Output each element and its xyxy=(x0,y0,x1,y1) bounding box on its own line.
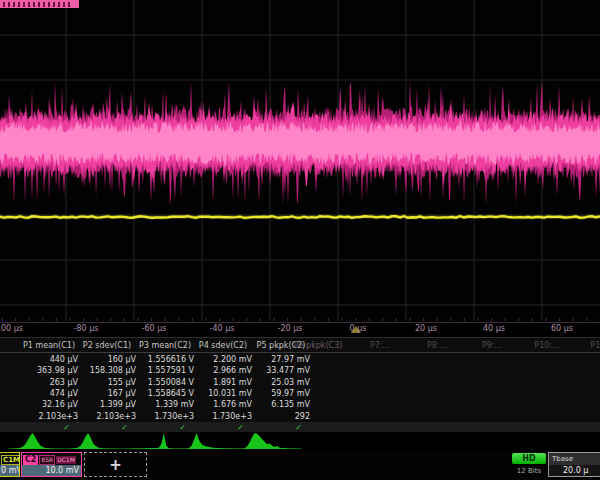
measure-cell: 167 µV xyxy=(78,389,136,398)
c2-channel-badge: C2 xyxy=(23,455,38,465)
c2-scale-value: 10.0 mV xyxy=(22,465,81,476)
x-axis-label: -40 µs xyxy=(210,324,235,333)
histicon-shape xyxy=(184,433,242,449)
esr-badge: ESR xyxy=(39,455,55,465)
measure-cell: 1.556616 V xyxy=(136,355,194,364)
histicon-p1[interactable] xyxy=(10,432,68,450)
measure-cell: 158.308 µV xyxy=(78,366,136,375)
channel2-descriptor[interactable]: C2 ESR DC1M 10.0 mV xyxy=(21,452,82,477)
param-header-dim[interactable]: P10:... xyxy=(534,341,559,350)
bottom-bar: C1M 0 mV C2 ESR DC1M 10.0 mV + HD 12 Bit… xyxy=(0,452,600,480)
hd-bits-label: 12 Bits xyxy=(505,467,553,475)
param-header-dim[interactable]: P7:... xyxy=(370,341,390,350)
x-axis-label: 60 µs xyxy=(551,324,573,333)
x-axis-label: 0 µs xyxy=(350,324,367,333)
measure-cell: 1.730e+3 xyxy=(136,412,194,421)
annotation-text-fragment xyxy=(3,2,73,7)
x-axis-label: 20 µs xyxy=(415,324,437,333)
measure-cell: 160 µV xyxy=(78,355,136,364)
measure-cell: 59.97 mV xyxy=(252,389,310,398)
status-check: ✓ xyxy=(186,423,244,432)
x-axis: -100 µs-80 µs-60 µs-40 µs-20 µs0 µs20 µs… xyxy=(0,322,600,336)
oscilloscope-screen: -100 µs-80 µs-60 µs-40 µs-20 µs0 µs20 µs… xyxy=(0,0,600,480)
histicon-row xyxy=(0,432,600,452)
param-header-dim[interactable]: P6 pkpk(C3) xyxy=(294,341,343,350)
histicon-p3[interactable] xyxy=(126,432,184,450)
measure-table: ✓✓✓✓✓ P1 mean(C1)P2 sdev(C1)P3 mean(C2)P… xyxy=(0,337,600,433)
x-axis-label: -80 µs xyxy=(74,324,99,333)
timebase-descriptor[interactable]: Tbase 20.0 µ xyxy=(548,452,600,477)
x-axis-label: -20 µs xyxy=(278,324,303,333)
measure-cell: 1.891 mV xyxy=(194,378,252,387)
histicon-p2[interactable] xyxy=(68,432,126,450)
histicon-shape xyxy=(68,433,126,449)
histicon-shape xyxy=(126,433,184,449)
histicon-shape xyxy=(10,433,68,449)
measure-cell: 6.135 mV xyxy=(252,400,310,409)
tbase-label: Tbase xyxy=(549,453,600,465)
waveform-canvas xyxy=(0,0,600,322)
measure-cell: 292 xyxy=(252,412,310,421)
x-axis-label: -100 µs xyxy=(0,324,23,333)
header-divider xyxy=(0,352,600,353)
measure-cell: 263 µV xyxy=(20,378,78,387)
channel1-descriptor[interactable]: C1M 0 mV xyxy=(0,452,20,477)
coupling-badge: DC1M xyxy=(56,456,76,464)
measure-cell: 1.676 mV xyxy=(194,400,252,409)
c1-coupling-badge: C1M xyxy=(1,455,20,465)
hd-badge[interactable]: HD xyxy=(512,453,546,464)
measure-cell: 1.558645 V xyxy=(136,389,194,398)
measure-cell: 2.966 mV xyxy=(194,366,252,375)
measure-cell: 32.16 µV xyxy=(20,400,78,409)
measure-cell: 2.200 mV xyxy=(194,355,252,364)
measure-cell: 2.103e+3 xyxy=(20,412,78,421)
status-check: ✓ xyxy=(70,423,128,432)
measure-cell: 363.98 µV xyxy=(20,366,78,375)
measure-cell: 155 µV xyxy=(78,378,136,387)
histicon-shape xyxy=(242,433,300,449)
measure-cell: 440 µV xyxy=(20,355,78,364)
measure-cell: 474 µV xyxy=(20,389,78,398)
param-header-dim[interactable]: P8:... xyxy=(427,341,447,350)
waveform-grid xyxy=(0,0,600,323)
measure-cell: 33.477 mV xyxy=(252,366,310,375)
measure-cell: 2.103e+3 xyxy=(78,412,136,421)
add-trace-box[interactable]: + xyxy=(84,452,147,477)
x-axis-label: -60 µs xyxy=(142,324,167,333)
measure-cell: 1.557591 V xyxy=(136,366,194,375)
status-check: ✓ xyxy=(12,423,70,432)
measure-cell: 1.399 µV xyxy=(78,400,136,409)
measure-cell: 25.03 mV xyxy=(252,378,310,387)
status-check: ✓ xyxy=(244,423,302,432)
measure-cell: 1.550084 V xyxy=(136,378,194,387)
c1-scale-value: 0 mV xyxy=(0,465,19,476)
histicon-p5[interactable] xyxy=(242,432,300,450)
histicon-p4[interactable] xyxy=(184,432,242,450)
plus-icon: + xyxy=(109,456,122,474)
status-check: ✓ xyxy=(128,423,186,432)
measure-cell: 10.031 mV xyxy=(194,389,252,398)
measure-cell: 1.339 mV xyxy=(136,400,194,409)
param-header-dim[interactable]: P9:... xyxy=(482,341,502,350)
annotation-badge xyxy=(0,0,79,8)
measure-cell: 1.730e+3 xyxy=(194,412,252,421)
x-axis-label: 40 µs xyxy=(483,324,505,333)
tbase-scale-value: 20.0 µ xyxy=(549,465,600,476)
param-header-dim[interactable]: P11:... xyxy=(590,341,600,350)
measure-cell: 27.97 mV xyxy=(252,355,310,364)
